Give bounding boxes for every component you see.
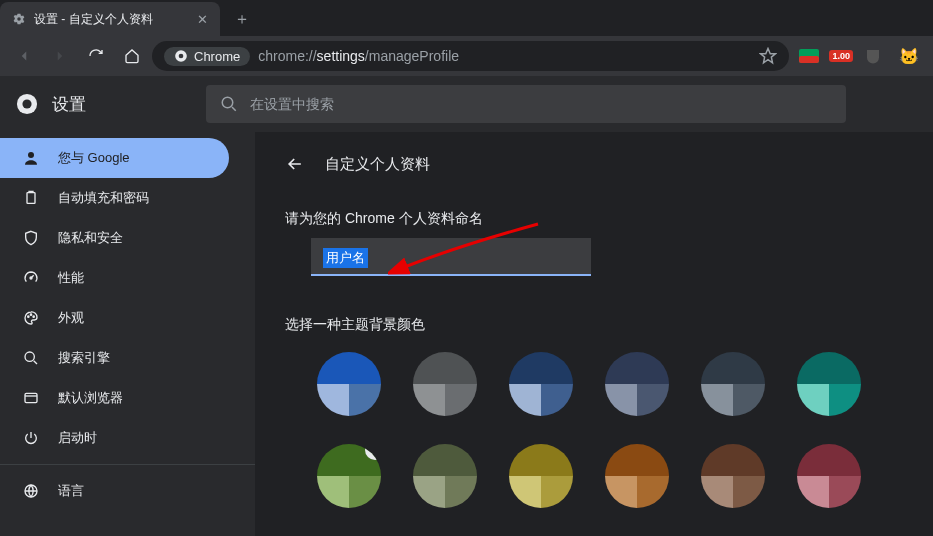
page-title: 自定义个人资料: [325, 155, 430, 174]
settings-header-bar: 设置: [0, 76, 933, 132]
sidebar-item-label: 语言: [58, 482, 84, 500]
close-icon[interactable]: ✕: [197, 12, 208, 27]
ublock-icon[interactable]: [861, 44, 885, 68]
theme-swatch[interactable]: [701, 352, 765, 416]
sidebar-item[interactable]: 自动填充和密码: [0, 178, 229, 218]
svg-point-13: [25, 352, 34, 361]
settings-search-input[interactable]: [250, 96, 832, 112]
forward-button[interactable]: [44, 40, 76, 72]
theme-swatch[interactable]: [701, 444, 765, 508]
settings-main: 自定义个人资料 请为您的 Chrome 个人资料命名 用户名 选择一种主题背景颜…: [255, 76, 933, 536]
sidebar-item[interactable]: 语言: [0, 471, 229, 511]
search-icon: [22, 350, 40, 366]
sidebar-item-label: 您与 Google: [58, 149, 130, 167]
theme-swatch[interactable]: [509, 444, 573, 508]
back-arrow-icon[interactable]: [285, 154, 305, 174]
tab-strip: 设置 - 自定义个人资料 ✕ ＋: [0, 0, 933, 36]
back-button[interactable]: [8, 40, 40, 72]
palette-icon: [22, 310, 40, 326]
browser-tab[interactable]: 设置 - 自定义个人资料 ✕: [0, 2, 220, 36]
tab-title: 设置 - 自定义个人资料: [34, 11, 153, 28]
svg-point-6: [222, 97, 233, 108]
url-text: chrome://settings/manageProfile: [258, 48, 459, 64]
sidebar-item[interactable]: 隐私和安全: [0, 218, 229, 258]
chrome-chip: Chrome: [164, 47, 250, 66]
theme-label: 选择一种主题背景颜色: [285, 316, 903, 334]
profile-name-input[interactable]: [311, 238, 591, 276]
chip-label: Chrome: [194, 49, 240, 64]
theme-swatch[interactable]: [509, 352, 573, 416]
browser-toolbar: Chrome chrome://settings/manageProfile 1…: [0, 36, 933, 76]
sidebar-item-label: 隐私和安全: [58, 229, 123, 247]
person-icon: [22, 149, 40, 167]
svg-rect-14: [25, 393, 37, 402]
settings-search[interactable]: [206, 85, 846, 123]
settings-title: 设置: [52, 93, 86, 116]
theme-swatch[interactable]: [317, 352, 381, 416]
extension-badge[interactable]: [797, 44, 821, 68]
svg-rect-3: [799, 56, 819, 63]
bookmark-star-icon[interactable]: [759, 47, 777, 65]
theme-swatch[interactable]: [797, 352, 861, 416]
search-icon: [220, 95, 238, 113]
sidebar-item-label: 性能: [58, 269, 84, 287]
sidebar-item[interactable]: 您与 Google: [0, 138, 229, 178]
theme-swatch-row: [317, 352, 903, 416]
address-bar[interactable]: Chrome chrome://settings/manageProfile: [152, 41, 789, 71]
sidebar-item[interactable]: 默认浏览器: [0, 378, 229, 418]
theme-swatch[interactable]: [605, 444, 669, 508]
svg-point-1: [179, 54, 184, 59]
sidebar-item-label: 启动时: [58, 429, 97, 447]
shield-icon: [22, 230, 40, 246]
home-button[interactable]: [116, 40, 148, 72]
svg-point-5: [22, 99, 31, 108]
sidebar-item-label: 默认浏览器: [58, 389, 123, 407]
sidebar-item-label: 外观: [58, 309, 84, 327]
theme-swatch-row: ✓: [317, 444, 903, 508]
profile-name-label: 请为您的 Chrome 个人资料命名: [285, 210, 903, 228]
svg-point-11: [30, 314, 31, 315]
theme-swatch[interactable]: [797, 444, 861, 508]
extension-icon[interactable]: 🐱: [897, 44, 921, 68]
sidebar-item[interactable]: 外观: [0, 298, 229, 338]
chrome-logo-icon: [16, 93, 38, 115]
sidebar-item-label: 自动填充和密码: [58, 189, 149, 207]
extension-badge-count: 1.00: [829, 50, 853, 62]
svg-point-10: [28, 316, 29, 317]
speed-icon: [22, 270, 40, 286]
sidebar-item[interactable]: 搜索引擎: [0, 338, 229, 378]
theme-swatch[interactable]: [413, 352, 477, 416]
sidebar-item-label: 搜索引擎: [58, 349, 110, 367]
theme-swatch[interactable]: [605, 352, 669, 416]
new-tab-button[interactable]: ＋: [228, 5, 256, 33]
power-icon: [22, 430, 40, 446]
browser-icon: [22, 390, 40, 406]
globe-icon: [22, 483, 40, 499]
svg-rect-8: [27, 193, 35, 204]
svg-point-9: [30, 277, 32, 279]
theme-swatch[interactable]: [413, 444, 477, 508]
sidebar-item[interactable]: 启动时: [0, 418, 229, 458]
gear-icon: [12, 12, 26, 26]
clipboard-icon: [22, 190, 40, 206]
sidebar-separator: [0, 464, 255, 465]
sidebar-item[interactable]: 性能: [0, 258, 229, 298]
reload-button[interactable]: [80, 40, 112, 72]
svg-point-7: [28, 152, 34, 158]
settings-sidebar: 您与 Google自动填充和密码隐私和安全性能外观搜索引擎默认浏览器启动时 语言: [0, 76, 255, 536]
theme-swatch[interactable]: ✓: [317, 444, 381, 508]
svg-point-12: [33, 316, 34, 317]
